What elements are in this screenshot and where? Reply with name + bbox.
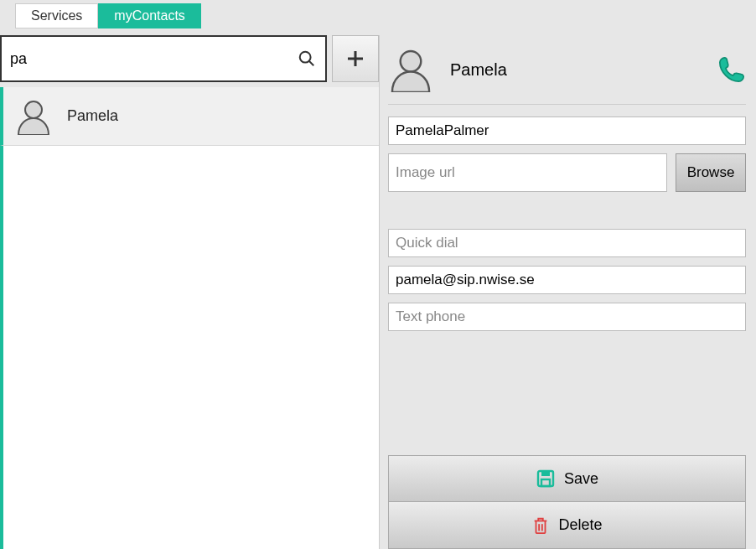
avatar-icon <box>388 47 433 92</box>
svg-rect-7 <box>541 479 550 486</box>
contacts-panel: Pamela <box>0 35 380 549</box>
contact-list: Pamela <box>0 87 379 549</box>
tab-services[interactable]: Services <box>15 3 98 28</box>
contact-name: Pamela <box>67 107 118 125</box>
image-url-field[interactable] <box>388 153 667 192</box>
text-phone-field[interactable] <box>388 303 746 331</box>
save-label: Save <box>564 470 598 488</box>
save-icon <box>536 469 556 489</box>
svg-point-1 <box>300 52 311 63</box>
browse-button[interactable]: Browse <box>676 153 746 192</box>
detail-name: Pamela <box>450 60 507 80</box>
search-field-wrap <box>0 35 327 82</box>
tab-services-label: Services <box>31 8 82 23</box>
save-button[interactable]: Save <box>388 455 746 502</box>
add-contact-button[interactable] <box>332 35 379 82</box>
tab-mycontacts[interactable]: myContacts <box>98 3 200 28</box>
sip-address-field[interactable] <box>388 266 746 294</box>
search-icon <box>298 49 316 68</box>
detail-panel: Pamela Browse <box>380 35 756 549</box>
search-button[interactable] <box>295 47 318 70</box>
svg-line-2 <box>309 61 314 66</box>
phone-icon <box>717 55 746 84</box>
tab-mycontacts-label: myContacts <box>114 8 184 23</box>
action-bar: Save Delete <box>388 455 746 549</box>
search-row <box>0 35 379 87</box>
list-empty-area <box>0 146 379 549</box>
list-item[interactable]: Pamela <box>0 87 379 146</box>
quick-dial-field[interactable] <box>388 229 746 257</box>
detail-header: Pamela <box>388 47 746 105</box>
spacer <box>388 200 746 220</box>
plus-icon <box>345 49 365 69</box>
fullname-field[interactable] <box>388 117 746 145</box>
delete-button[interactable]: Delete <box>388 502 746 549</box>
call-button[interactable] <box>717 55 746 84</box>
delete-label: Delete <box>558 516 602 534</box>
browse-label: Browse <box>687 164 735 181</box>
svg-rect-6 <box>541 471 550 476</box>
top-tab-bar: Services myContacts <box>0 0 756 35</box>
image-url-row: Browse <box>388 153 746 192</box>
contact-form: Browse <box>388 105 746 331</box>
search-input[interactable] <box>2 37 325 80</box>
trash-icon <box>531 515 550 536</box>
avatar-icon <box>15 98 52 135</box>
